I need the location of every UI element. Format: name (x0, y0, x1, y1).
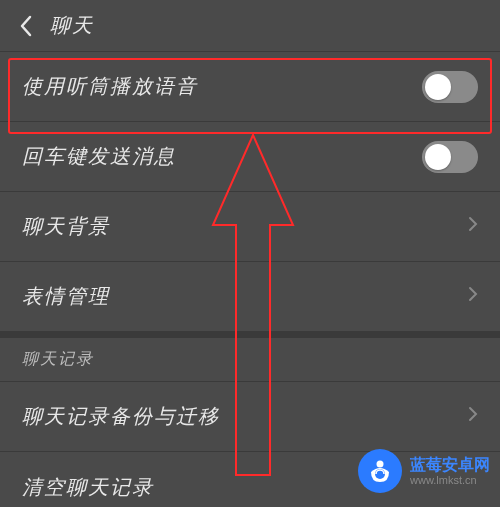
chevron-right-icon (468, 216, 478, 237)
watermark: 蓝莓安卓网 www.lmkst.cn (358, 449, 490, 493)
row-earpiece-audio[interactable]: 使用听筒播放语音 (0, 52, 500, 122)
chevron-right-icon (468, 286, 478, 307)
row-enter-send[interactable]: 回车键发送消息 (0, 122, 500, 192)
row-label: 聊天记录备份与迁移 (22, 403, 468, 430)
page-title: 聊天 (50, 12, 94, 39)
row-chat-background[interactable]: 聊天背景 (0, 192, 500, 262)
chevron-left-icon (19, 15, 33, 37)
svg-point-0 (377, 461, 384, 468)
watermark-title: 蓝莓安卓网 (410, 456, 490, 474)
row-label: 回车键发送消息 (22, 143, 422, 170)
section-header-records: 聊天记录 (0, 332, 500, 382)
watermark-subtitle: www.lmkst.cn (410, 474, 490, 486)
row-label: 聊天背景 (22, 213, 468, 240)
row-sticker-manage[interactable]: 表情管理 (0, 262, 500, 332)
row-label: 表情管理 (22, 283, 468, 310)
toggle-enter-send[interactable] (422, 141, 478, 173)
row-label: 使用听筒播放语音 (22, 73, 422, 100)
row-records-backup[interactable]: 聊天记录备份与迁移 (0, 382, 500, 452)
back-button[interactable] (14, 14, 38, 38)
watermark-logo-icon (358, 449, 402, 493)
header-bar: 聊天 (0, 0, 500, 52)
chevron-right-icon (468, 406, 478, 427)
toggle-knob (425, 144, 451, 170)
toggle-knob (425, 74, 451, 100)
toggle-earpiece[interactable] (422, 71, 478, 103)
